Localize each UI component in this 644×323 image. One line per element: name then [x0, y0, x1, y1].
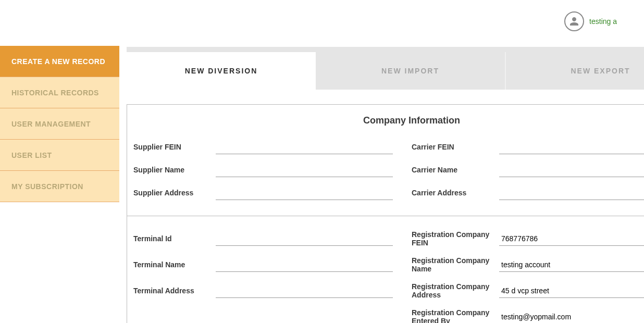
supplier-address-input[interactable] — [216, 186, 393, 200]
reg-company-address-label: Registration Company Address — [412, 282, 499, 299]
reg-company-fein-input[interactable] — [499, 232, 644, 246]
terminal-id-label: Terminal Id — [133, 234, 216, 243]
tab-label: NEW DIVERSION — [185, 67, 258, 75]
reg-company-name-label: Registration Company Name — [412, 256, 499, 273]
carrier-address-input[interactable] — [499, 186, 644, 200]
user-menu[interactable]: testing a — [564, 11, 617, 31]
supplier-fein-label: Supplier FEIN — [133, 143, 216, 151]
header: testing a — [0, 0, 644, 46]
carrier-fein-label: Carrier FEIN — [412, 143, 499, 151]
panel-title: Company Information — [127, 105, 644, 133]
tab-label: NEW IMPORT — [381, 67, 439, 75]
terminal-address-label: Terminal Address — [133, 287, 216, 295]
reg-company-fein-label: Registration Company FEIN — [412, 230, 499, 247]
sidebar-item-user-management[interactable]: USER MANAGEMENT — [0, 108, 119, 140]
username-text: testing a — [589, 17, 617, 26]
sidebar-item-label: HISTORICAL RECORDS — [11, 89, 99, 97]
terminal-name-label: Terminal Name — [133, 260, 216, 269]
reg-company-entered-by-input[interactable] — [499, 310, 644, 324]
avatar-icon — [564, 11, 584, 31]
carrier-fein-input[interactable] — [499, 140, 644, 154]
supplier-name-label: Supplier Name — [133, 166, 216, 174]
carrier-address-label: Carrier Address — [412, 189, 499, 197]
supplier-name-input[interactable] — [216, 163, 393, 177]
tab-new-export[interactable]: NEW EXPORT — [506, 52, 644, 90]
sidebar-item-label: CREATE A NEW RECORD — [11, 57, 105, 66]
sidebar-item-label: USER MANAGEMENT — [11, 120, 91, 128]
section-terminal-registration: Terminal Id Terminal Name Terminal Addre… — [127, 216, 644, 323]
sidebar-item-historical-records[interactable]: HISTORICAL RECORDS — [0, 77, 119, 108]
tab-label: NEW EXPORT — [571, 67, 630, 75]
sidebar-item-label: MY SUBSCRIPTION — [11, 182, 83, 191]
sidebar-item-user-list[interactable]: USER LIST — [0, 140, 119, 171]
reg-company-name-input[interactable] — [499, 258, 644, 272]
reg-company-address-input[interactable] — [499, 284, 644, 298]
tab-new-diversion[interactable]: NEW DIVERSION — [127, 52, 316, 90]
carrier-name-label: Carrier Name — [412, 166, 499, 174]
supplier-address-label: Supplier Address — [133, 189, 216, 197]
carrier-name-input[interactable] — [499, 163, 644, 177]
reg-company-entered-by-label: Registration Company Entered By — [412, 308, 499, 323]
sidebar-item-my-subscription[interactable]: MY SUBSCRIPTION — [0, 171, 119, 202]
tab-new-import[interactable]: NEW IMPORT — [316, 52, 506, 90]
sidebar-item-label: USER LIST — [11, 151, 52, 159]
section-supplier-carrier: Supplier FEIN Carrier FEIN Supplier Name — [127, 133, 644, 216]
content-area: NEW DIVERSION NEW IMPORT NEW EXPORT Comp… — [119, 46, 644, 323]
company-information-panel: Company Information Supplier FEIN Carrie… — [127, 104, 644, 323]
terminal-address-input[interactable] — [216, 284, 393, 298]
sidebar-item-create-new-record[interactable]: CREATE A NEW RECORD — [0, 46, 119, 77]
terminal-id-input[interactable] — [216, 232, 393, 246]
terminal-name-input[interactable] — [216, 258, 393, 272]
tab-strip-bg — [127, 47, 644, 52]
supplier-fein-input[interactable] — [216, 140, 393, 154]
sidebar: CREATE A NEW RECORD HISTORICAL RECORDS U… — [0, 46, 119, 323]
tab-bar: NEW DIVERSION NEW IMPORT NEW EXPORT — [127, 46, 644, 90]
